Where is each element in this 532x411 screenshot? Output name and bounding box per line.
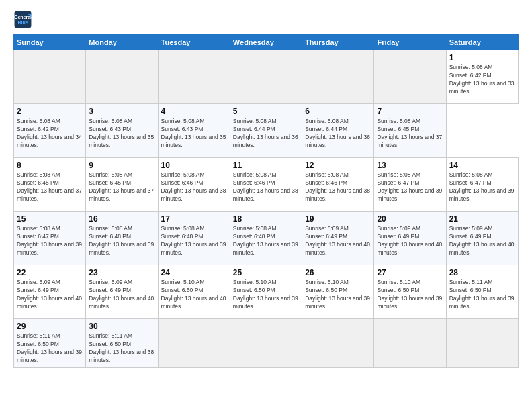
day-info: Sunrise: 5:09 AMSunset: 6:49 PMDaylight:… xyxy=(377,225,443,257)
day-number: 12 xyxy=(305,161,371,170)
calendar-week-row: 29 Sunrise: 5:11 AMSunset: 6:50 PMDaylig… xyxy=(14,319,519,368)
day-info: Sunrise: 5:08 AMSunset: 6:42 PMDaylight:… xyxy=(449,64,515,96)
calendar-day: 26 Sunrise: 5:10 AMSunset: 6:50 PMDaylig… xyxy=(302,265,374,319)
day-number: 4 xyxy=(161,107,227,116)
day-header-sunday: Sunday xyxy=(14,35,86,50)
empty-cell xyxy=(158,50,230,104)
day-info: Sunrise: 5:08 AMSunset: 6:45 PMDaylight:… xyxy=(17,171,83,203)
day-info: Sunrise: 5:08 AMSunset: 6:47 PMDaylight:… xyxy=(449,171,515,203)
calendar-week-row: 1 Sunrise: 5:08 AMSunset: 6:42 PMDayligh… xyxy=(14,50,519,104)
calendar-day: 16 Sunrise: 5:08 AMSunset: 6:48 PMDaylig… xyxy=(86,212,158,265)
day-info: Sunrise: 5:08 AMSunset: 6:48 PMDaylight:… xyxy=(89,225,154,257)
calendar-day xyxy=(158,319,230,368)
day-info: Sunrise: 5:11 AMSunset: 6:50 PMDaylight:… xyxy=(89,332,154,365)
empty-cell xyxy=(230,50,302,104)
calendar-day xyxy=(374,319,446,368)
calendar-day: 17 Sunrise: 5:08 AMSunset: 6:48 PMDaylig… xyxy=(158,212,230,265)
day-header-saturday: Saturday xyxy=(446,35,518,50)
day-info: Sunrise: 5:08 AMSunset: 6:46 PMDaylight:… xyxy=(233,171,299,203)
day-info: Sunrise: 5:08 AMSunset: 6:47 PMDaylight:… xyxy=(377,171,443,203)
day-number: 25 xyxy=(233,268,299,277)
svg-text:General: General xyxy=(14,15,32,19)
calendar-day: 27 Sunrise: 5:10 AMSunset: 6:50 PMDaylig… xyxy=(374,265,446,319)
calendar-day xyxy=(230,319,302,368)
calendar-day: 12 Sunrise: 5:08 AMSunset: 6:46 PMDaylig… xyxy=(302,158,374,212)
day-info: Sunrise: 5:08 AMSunset: 6:44 PMDaylight:… xyxy=(233,118,299,150)
calendar-day: 4 Sunrise: 5:08 AMSunset: 6:43 PMDayligh… xyxy=(158,104,230,158)
calendar-day: 5 Sunrise: 5:08 AMSunset: 6:44 PMDayligh… xyxy=(230,104,302,158)
day-info: Sunrise: 5:08 AMSunset: 6:43 PMDaylight:… xyxy=(161,118,227,150)
day-info: Sunrise: 5:10 AMSunset: 6:50 PMDaylight:… xyxy=(161,279,227,311)
empty-cell xyxy=(302,50,374,104)
day-number: 24 xyxy=(161,268,227,277)
calendar-day: 29 Sunrise: 5:11 AMSunset: 6:50 PMDaylig… xyxy=(14,319,86,368)
day-info: Sunrise: 5:10 AMSunset: 6:50 PMDaylight:… xyxy=(233,279,299,311)
calendar-day: 21 Sunrise: 5:09 AMSunset: 6:49 PMDaylig… xyxy=(446,212,518,265)
day-header-thursday: Thursday xyxy=(302,35,374,50)
day-info: Sunrise: 5:08 AMSunset: 6:46 PMDaylight:… xyxy=(305,171,371,203)
logo: General Blue xyxy=(13,10,35,29)
calendar-day: 13 Sunrise: 5:08 AMSunset: 6:47 PMDaylig… xyxy=(374,158,446,212)
day-info: Sunrise: 5:08 AMSunset: 6:47 PMDaylight:… xyxy=(17,225,83,257)
day-info: Sunrise: 5:08 AMSunset: 6:45 PMDaylight:… xyxy=(377,118,443,150)
day-number: 17 xyxy=(161,214,227,224)
day-number: 28 xyxy=(449,268,515,277)
calendar-day: 6 Sunrise: 5:08 AMSunset: 6:44 PMDayligh… xyxy=(302,104,374,158)
calendar-day: 2 Sunrise: 5:08 AMSunset: 6:42 PMDayligh… xyxy=(14,104,86,158)
day-number: 8 xyxy=(17,161,83,170)
day-info: Sunrise: 5:08 AMSunset: 6:43 PMDaylight:… xyxy=(89,118,154,150)
day-number: 23 xyxy=(89,268,154,277)
calendar-header-row: SundayMondayTuesdayWednesdayThursdayFrid… xyxy=(14,35,519,50)
calendar-day: 19 Sunrise: 5:09 AMSunset: 6:49 PMDaylig… xyxy=(302,212,374,265)
day-info: Sunrise: 5:09 AMSunset: 6:49 PMDaylight:… xyxy=(89,279,154,311)
calendar-day xyxy=(302,319,374,368)
day-info: Sunrise: 5:08 AMSunset: 6:48 PMDaylight:… xyxy=(161,225,227,257)
day-info: Sunrise: 5:08 AMSunset: 6:48 PMDaylight:… xyxy=(233,225,299,257)
day-number: 27 xyxy=(377,268,443,277)
day-header-tuesday: Tuesday xyxy=(158,35,230,50)
day-number: 11 xyxy=(233,161,299,170)
calendar-day: 28 Sunrise: 5:11 AMSunset: 6:50 PMDaylig… xyxy=(446,265,518,319)
empty-cell xyxy=(86,50,158,104)
day-header-wednesday: Wednesday xyxy=(230,35,302,50)
calendar-body: 1 Sunrise: 5:08 AMSunset: 6:42 PMDayligh… xyxy=(14,50,519,368)
calendar-day xyxy=(446,319,518,368)
day-number: 7 xyxy=(377,107,443,116)
calendar-day: 30 Sunrise: 5:11 AMSunset: 6:50 PMDaylig… xyxy=(86,319,158,368)
calendar-page: General Blue SundayMondayTuesdayWednesda… xyxy=(0,0,532,411)
day-number: 29 xyxy=(17,322,83,331)
day-number: 26 xyxy=(305,268,371,277)
calendar-day: 14 Sunrise: 5:08 AMSunset: 6:47 PMDaylig… xyxy=(446,158,518,212)
calendar-day: 7 Sunrise: 5:08 AMSunset: 6:45 PMDayligh… xyxy=(374,104,446,158)
calendar-day: 22 Sunrise: 5:09 AMSunset: 6:49 PMDaylig… xyxy=(14,265,86,319)
day-number: 13 xyxy=(377,161,443,170)
calendar-week-row: 8 Sunrise: 5:08 AMSunset: 6:45 PMDayligh… xyxy=(14,158,519,212)
day-number: 5 xyxy=(233,107,299,116)
day-info: Sunrise: 5:09 AMSunset: 6:49 PMDaylight:… xyxy=(17,279,83,311)
day-number: 1 xyxy=(449,53,515,62)
day-number: 18 xyxy=(233,214,299,224)
day-header-monday: Monday xyxy=(86,35,158,50)
calendar-week-row: 2 Sunrise: 5:08 AMSunset: 6:42 PMDayligh… xyxy=(14,104,519,158)
calendar-day: 1 Sunrise: 5:08 AMSunset: 6:42 PMDayligh… xyxy=(446,50,518,104)
calendar-day: 25 Sunrise: 5:10 AMSunset: 6:50 PMDaylig… xyxy=(230,265,302,319)
day-info: Sunrise: 5:09 AMSunset: 6:49 PMDaylight:… xyxy=(449,225,515,257)
calendar-day: 15 Sunrise: 5:08 AMSunset: 6:47 PMDaylig… xyxy=(14,212,86,265)
empty-cell xyxy=(14,50,86,104)
day-number: 14 xyxy=(449,161,515,170)
calendar-day: 3 Sunrise: 5:08 AMSunset: 6:43 PMDayligh… xyxy=(86,104,158,158)
day-info: Sunrise: 5:08 AMSunset: 6:44 PMDaylight:… xyxy=(305,118,371,150)
day-info: Sunrise: 5:08 AMSunset: 6:46 PMDaylight:… xyxy=(161,171,227,203)
day-header-friday: Friday xyxy=(374,35,446,50)
day-number: 15 xyxy=(17,214,83,224)
day-number: 9 xyxy=(89,161,154,170)
calendar-day: 11 Sunrise: 5:08 AMSunset: 6:46 PMDaylig… xyxy=(230,158,302,212)
day-number: 19 xyxy=(305,214,371,224)
logo-icon: General Blue xyxy=(13,10,32,29)
header: General Blue xyxy=(13,10,519,29)
calendar-day: 10 Sunrise: 5:08 AMSunset: 6:46 PMDaylig… xyxy=(158,158,230,212)
day-info: Sunrise: 5:10 AMSunset: 6:50 PMDaylight:… xyxy=(377,279,443,311)
day-info: Sunrise: 5:08 AMSunset: 6:42 PMDaylight:… xyxy=(17,118,83,150)
day-number: 22 xyxy=(17,268,83,277)
day-info: Sunrise: 5:11 AMSunset: 6:50 PMDaylight:… xyxy=(449,279,515,311)
